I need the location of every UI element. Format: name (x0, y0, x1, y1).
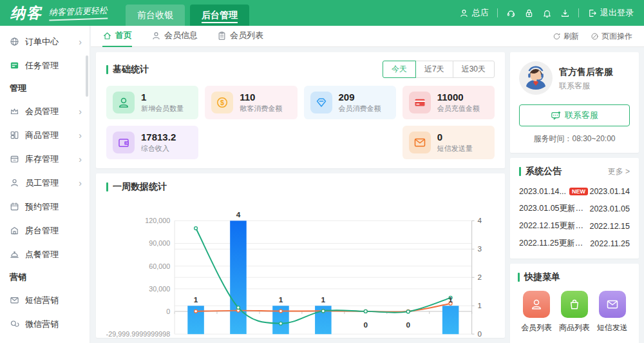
notice-row[interactable]: 2022.12.15更新说明2022.12.15 (519, 217, 630, 235)
time-filter-button[interactable]: 近30天 (453, 61, 495, 78)
stat-card: 1 新增会员数量 (106, 86, 198, 119)
sidebar-item[interactable]: 点餐管理 (0, 242, 90, 266)
quick-menu-label: 商品列表 (559, 322, 590, 333)
chevron-right-icon: › (79, 130, 82, 141)
stat-value: 1 (141, 92, 184, 103)
svg-text:90,000: 90,000 (149, 239, 170, 247)
new-badge: NEW (569, 188, 588, 195)
sidebar-item-label: 库存管理 (25, 153, 79, 165)
page-actions-button[interactable]: 页面操作 (591, 31, 632, 42)
sidebar-item-label: 预约管理 (25, 201, 82, 213)
divider (497, 8, 498, 17)
coin-icon: $ (211, 92, 233, 113)
calendar-icon (10, 202, 19, 211)
sidebar: 订单中心›任务管理管理会员管理›商品管理›库存管理›员工管理›预约管理房台管理点… (0, 26, 90, 343)
week-chart-title: 一周数据统计 (106, 181, 495, 193)
quick-menu-item[interactable]: 商品列表 (559, 291, 590, 333)
store-switcher[interactable]: 总店 (459, 7, 489, 19)
clipboard-icon (217, 31, 227, 41)
svg-text:0: 0 (166, 308, 170, 315)
home-icon (102, 31, 112, 41)
lock-icon[interactable] (524, 8, 534, 18)
sidebar-item[interactable]: 库存管理› (0, 147, 90, 171)
app-header: 纳客 纳客管店更轻松 前台收银后台管理 总店 退出登录 (0, 0, 644, 26)
service-name: 官方售后客服 (559, 66, 613, 78)
stat-card: 17813.2 综合收入 (106, 126, 198, 159)
quick-menu-panel: 快捷菜单 会员列表 商品列表 短信发送 商城订单 商品套餐 优惠券 (510, 264, 639, 343)
sidebar-item[interactable]: 员工管理› (0, 171, 90, 195)
time-filter-button[interactable]: 今天 (383, 61, 416, 78)
svg-text:1: 1 (321, 295, 326, 304)
action-label: 页面操作 (601, 31, 632, 42)
logout-label: 退出登录 (600, 7, 634, 19)
staff-icon (10, 178, 19, 188)
sidebar-scrollbar[interactable] (86, 55, 88, 97)
refresh-button[interactable]: 刷新 (553, 31, 579, 42)
service-panel: 官方售后客服 联系客服 联系客服 服务时间：08:30~20:00 (510, 52, 639, 153)
sidebar-item[interactable]: 短信营销 (0, 288, 90, 312)
svg-text:-29,999.9999999998: -29,999.9999999998 (106, 330, 170, 338)
bell-icon[interactable] (542, 8, 552, 18)
sidebar-section-label: 营销 (0, 266, 90, 288)
stat-value: 0 (437, 132, 473, 142)
diamond-icon (310, 92, 332, 113)
bag-icon (561, 291, 588, 318)
svg-text:3: 3 (477, 244, 482, 253)
notice-text: 2022.11.25更新说明 (519, 238, 590, 249)
quick-menu-item[interactable]: 会员列表 (521, 291, 552, 333)
stat-card: $ 110 散客消费金额 (205, 86, 297, 119)
sidebar-item[interactable]: 小程序营销 (0, 336, 90, 343)
svg-text:1: 1 (279, 295, 283, 304)
contact-service-button[interactable]: 联系客服 (519, 104, 630, 126)
notice-title: 系统公告 (519, 166, 562, 177)
sidebar-item[interactable]: 会员管理› (0, 99, 90, 123)
sidebar-item[interactable]: 微信营销 (0, 312, 90, 336)
service-avatar (519, 61, 553, 97)
sidebar-item[interactable]: 预约管理 (0, 195, 90, 219)
stat-label: 综合收入 (141, 144, 176, 153)
pageops-icon (591, 32, 599, 41)
notice-text: 2022.12.15更新说明 (519, 220, 589, 231)
module-tab[interactable]: 会员列表 (217, 26, 263, 47)
svg-text:0: 0 (477, 329, 482, 338)
time-filter-button[interactable]: 近7天 (415, 61, 453, 78)
notice-row[interactable]: 2023.01.14...NEW2023.01.14 (519, 182, 630, 200)
sidebar-item-label: 短信营销 (25, 295, 82, 306)
sidebar-item[interactable]: 商品管理› (0, 123, 90, 147)
sidebar-item[interactable]: 任务管理 (0, 54, 90, 77)
module-tab[interactable]: 会员信息 (151, 26, 198, 47)
notice-more-link[interactable]: 更多 > (608, 166, 630, 177)
user-icon (459, 8, 469, 18)
quick-menu-title: 快捷菜单 (518, 271, 631, 283)
week-chart-panel: 一周数据统计 1411001120,00090,00060,00030,0000… (96, 173, 505, 338)
member-icon (523, 291, 550, 318)
module-tab-label: 会员信息 (164, 30, 198, 41)
sidebar-item[interactable]: 订单中心› (0, 30, 90, 54)
stat-value: 110 (240, 92, 282, 103)
sidebar-item-label: 商品管理 (25, 130, 79, 141)
notice-text: 2023.01.05更新说明 (519, 203, 589, 214)
module-tab[interactable]: 首页 (102, 26, 132, 47)
chevron-right-icon: › (79, 37, 82, 47)
sidebar-item[interactable]: 房台管理 (0, 219, 90, 242)
download-icon[interactable] (560, 8, 570, 18)
service-time: 服务时间：08:30~20:00 (519, 133, 630, 144)
service-sub: 联系客服 (559, 81, 613, 92)
notice-row[interactable]: 2022.11.25更新说明2022.11.25 (519, 235, 630, 252)
header-tab-cashier[interactable]: 前台收银 (126, 5, 185, 26)
bankcard-icon (409, 92, 431, 113)
module-tabbar: 首页会员信息会员列表 刷新页面操作 (91, 26, 644, 47)
app-tagline: 纳客管店更轻松 (49, 5, 108, 21)
quick-menu-item[interactable]: 短信发送 (597, 291, 628, 333)
week-chart[interactable]: 1411001120,00090,00060,00030,0000-29,999… (106, 198, 495, 338)
sidebar-item-label: 员工管理 (25, 177, 79, 189)
refresh-icon (553, 32, 561, 41)
svg-text:0: 0 (363, 320, 368, 329)
notice-row[interactable]: 2023.01.05更新说明2023.01.05 (519, 200, 630, 217)
module-tab-label: 首页 (115, 30, 132, 41)
chevron-right-icon: › (79, 154, 82, 164)
notice-text: 2023.01.14... (519, 187, 566, 196)
header-tab-admin[interactable]: 后台管理 (190, 5, 249, 26)
headset-icon[interactable] (506, 8, 516, 18)
logout-button[interactable]: 退出登录 (587, 7, 634, 19)
